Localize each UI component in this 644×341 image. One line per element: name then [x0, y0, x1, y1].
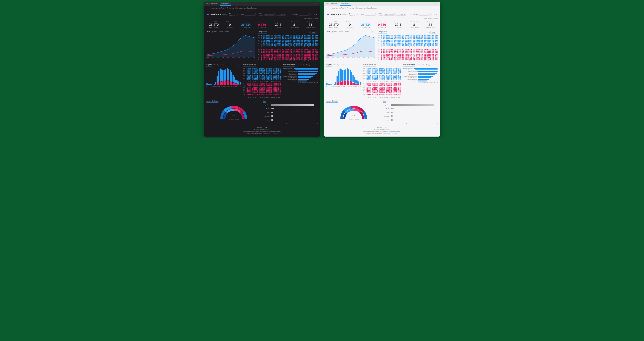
- tab-month[interactable]: Month: [341, 64, 344, 66]
- minimize-button[interactable]: −: [432, 3, 434, 4]
- tab-weeks[interactable]: Weeks: [345, 31, 349, 33]
- filter-bar: Account All Accounts ↻ Folder ✕ Date ran…: [342, 12, 438, 16]
- bugreport-link[interactable]: create a bug report: [267, 133, 278, 134]
- settings-icon[interactable]: ⚙: [316, 13, 318, 15]
- date-to-input[interactable]: [396, 13, 406, 16]
- nav-reload-icon[interactable]: ↻: [209, 7, 210, 9]
- nav-back-icon[interactable]: ‹: [205, 7, 206, 9]
- close-button[interactable]: ×: [318, 3, 319, 4]
- expand-icon[interactable]: ⛶: [252, 31, 253, 33]
- year-select[interactable]: 2021: [430, 31, 436, 34]
- github-link[interactable]: GitHub: [266, 129, 270, 130]
- account-select[interactable]: All Accounts: [228, 12, 236, 16]
- tab-close-icon[interactable]: ×: [348, 3, 349, 4]
- year-next-icon[interactable]: ›: [317, 32, 318, 33]
- tab-flagged-junk[interactable]: Flagged as Junk: [306, 64, 317, 66]
- tab-quarters[interactable]: Quarters: [212, 31, 217, 33]
- github-icon[interactable]: ⭐: [386, 127, 387, 128]
- year-select[interactable]: 2021: [310, 31, 316, 34]
- nav-reload-icon[interactable]: ↻: [329, 7, 330, 9]
- expand-icon[interactable]: ⛶: [237, 64, 238, 66]
- expand-icon[interactable]: ⛶: [372, 31, 373, 33]
- date-from-input[interactable]: [264, 13, 275, 16]
- year-next-icon[interactable]: ›: [437, 32, 438, 33]
- options-icon[interactable]: ⋯: [360, 64, 361, 66]
- browser-tab-inbox[interactable]: Inbox - devmount: [205, 2, 219, 6]
- copy-icon[interactable]: ⎘: [433, 13, 435, 15]
- activity-heatmap-received: SunMonTueWedThuFriSat: [258, 35, 318, 46]
- options-icon[interactable]: ⋯: [374, 31, 375, 33]
- tab-month[interactable]: Month: [221, 64, 224, 66]
- refresh-icon[interactable]: ↻: [237, 13, 239, 15]
- tab-close-icon[interactable]: ×: [228, 3, 229, 4]
- stat-unread: Mails unread 0 Nice work!: [342, 21, 357, 28]
- filter-bar: Account All Accounts ↻ Folder ✕ Date ran…: [222, 12, 318, 16]
- temporal-hours-axis-2: 1234567891011121314151617181920: [363, 96, 401, 98]
- daytime-bars: [206, 68, 241, 85]
- github-icon[interactable]: ⭐: [266, 127, 268, 128]
- contact-input[interactable]: [419, 13, 430, 16]
- year-prev-icon[interactable]: ‹: [429, 32, 430, 33]
- tab-months[interactable]: Months: [219, 31, 224, 33]
- account-label: Account: [342, 14, 348, 15]
- tab-quarters[interactable]: Quarters: [332, 31, 337, 33]
- year-prev-icon[interactable]: ‹: [309, 32, 310, 33]
- options-icon[interactable]: ⋯: [240, 64, 241, 66]
- folder-input[interactable]: [245, 13, 256, 16]
- browser-tab-inbox[interactable]: Inbox - devmount: [325, 2, 339, 6]
- years-line-chart: [326, 34, 375, 57]
- activity-months-axis: 123456789101112: [378, 46, 438, 47]
- tab-most-received[interactable]: Most received from: [283, 64, 295, 66]
- tab-daytime[interactable]: Daytime: [326, 64, 332, 66]
- tab-weekday[interactable]: Weekday: [333, 64, 339, 66]
- bugreport-link[interactable]: create a bug report: [387, 133, 398, 134]
- url-text[interactable]: moz-extension://b9077b4f-74a3-4d6f-b9b7-…: [331, 7, 439, 9]
- url-text[interactable]: moz-extension://b9077b4f-74a3-4d6f-b9b7-…: [211, 7, 319, 9]
- browser-tab-thirdstats[interactable]: ThirdStats ×: [220, 2, 231, 6]
- folder-clear-icon[interactable]: ✕: [376, 13, 378, 15]
- maximize-button[interactable]: □: [435, 3, 436, 4]
- date-from-input[interactable]: [384, 13, 394, 16]
- contact-input[interactable]: [299, 13, 310, 16]
- tab-most-sent[interactable]: Most sent to: [417, 64, 424, 66]
- tab-flagged-junk[interactable]: Flagged as Junk: [426, 64, 436, 66]
- temporal-title: Temporal distribution: [243, 64, 256, 66]
- tab-months[interactable]: Months: [339, 31, 344, 33]
- contact-clear-icon[interactable]: ✕: [430, 13, 432, 15]
- options-icon[interactable]: ⋯: [254, 31, 256, 33]
- copy-icon[interactable]: ⎘: [313, 13, 315, 15]
- account-select[interactable]: All Accounts: [348, 12, 356, 16]
- tab-years[interactable]: Years: [326, 31, 330, 33]
- data-collected-text: Data collected 12d ago: [206, 18, 318, 19]
- date-to-input[interactable]: [276, 13, 286, 16]
- nav-forward-icon[interactable]: ›: [327, 7, 327, 9]
- date-clear-icon[interactable]: ✕: [290, 13, 292, 15]
- refresh-icon[interactable]: ↻: [357, 13, 359, 15]
- github-link[interactable]: GitHub: [386, 129, 390, 130]
- folders-sub: non-empty folders: [348, 118, 358, 120]
- folders-sunburst: 44 non-empty folders: [220, 104, 248, 120]
- page-title: Statistics: [210, 13, 221, 16]
- date-apply-icon[interactable]: ✓: [407, 13, 409, 15]
- tab-daytime[interactable]: Daytime: [206, 64, 212, 66]
- tab-most-received[interactable]: Most received from: [403, 64, 415, 66]
- browser-tab-thirdstats[interactable]: ThirdStats ×: [340, 2, 351, 6]
- minimize-button[interactable]: −: [312, 3, 314, 4]
- settings-icon[interactable]: ⚙: [436, 13, 438, 15]
- expand-icon[interactable]: ⛶: [357, 64, 358, 66]
- folder-input[interactable]: [365, 13, 376, 16]
- date-apply-icon[interactable]: ✓: [287, 13, 289, 15]
- date-label: Date range: [259, 13, 263, 16]
- tab-most-sent[interactable]: Most sent to: [297, 64, 305, 66]
- tab-years[interactable]: Years: [206, 31, 210, 33]
- close-button[interactable]: ×: [438, 3, 439, 4]
- tab-weeks[interactable]: Weeks: [225, 31, 229, 33]
- nav-forward-icon[interactable]: ›: [207, 7, 208, 9]
- contact-clear-icon[interactable]: ✕: [310, 13, 312, 15]
- nav-back-icon[interactable]: ‹: [325, 7, 326, 9]
- stat-unread: Mails unread 0 Nice work!: [222, 21, 238, 28]
- tab-weekday[interactable]: Weekday: [213, 64, 219, 66]
- maximize-button[interactable]: □: [315, 3, 317, 4]
- date-clear-icon[interactable]: ✕: [410, 13, 412, 15]
- folder-clear-icon[interactable]: ✕: [256, 13, 258, 15]
